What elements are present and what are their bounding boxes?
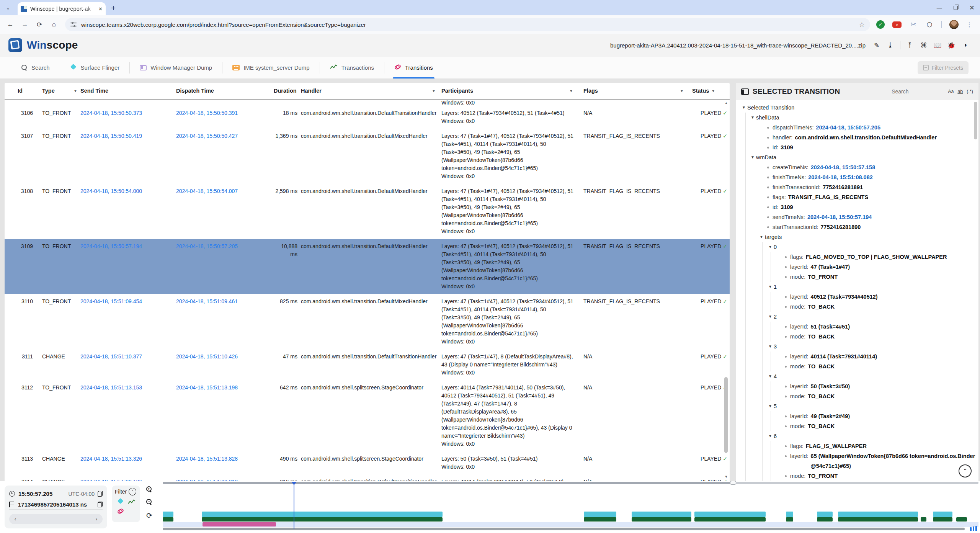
table-row-3106[interactable]: 3106TO_FRONT2024-04-18, 15:50:50.3732024…	[5, 106, 730, 129]
back-button[interactable]: ←	[4, 18, 17, 31]
chevron-down-icon[interactable]: ▼	[768, 371, 774, 381]
trace-segment[interactable]	[933, 512, 952, 517]
timeline-scrollbar[interactable]	[163, 528, 965, 530]
shortcuts-icon[interactable]: ⌘	[917, 39, 930, 52]
tree-node-wmdata[interactable]: ▼wmData	[736, 152, 978, 162]
chevron-down-icon[interactable]: ▼	[768, 342, 774, 352]
table-scrollbar[interactable]: ▲ ▼	[724, 100, 729, 479]
table-row-3111[interactable]: 3111CHANGE2024-04-18, 15:51:10.3772024-0…	[5, 349, 730, 380]
zoom-reset-icon[interactable]: ⟳	[146, 512, 155, 520]
chevron-down-icon[interactable]: ▼	[768, 312, 774, 322]
cell-dispatch-time[interactable]: 2024-04-18, 15:50:50.427	[176, 132, 274, 180]
new-tab-button[interactable]: +	[111, 4, 116, 12]
match-word-button[interactable]: ab	[957, 89, 963, 94]
window-minimize-button[interactable]: —	[937, 5, 942, 11]
cell-dispatch-time[interactable]: 2024-04-18, 15:51:13.198	[176, 384, 274, 448]
cell-send-time[interactable]: 2024-04-18, 15:51:13.153	[80, 384, 176, 448]
trace-segment[interactable]	[694, 517, 765, 522]
tab-window-manager-dump[interactable]: Window Manager Dump	[130, 57, 222, 78]
trace-segment[interactable]	[202, 517, 443, 522]
previous-entry-icon[interactable]: ‹	[15, 516, 16, 522]
browser-tab[interactable]: Winscope | bugreport-ak ✕	[18, 2, 106, 15]
trace-segment[interactable]	[632, 517, 691, 522]
documentation-icon[interactable]: 📖	[931, 39, 944, 52]
scrollbar-thumb[interactable]	[724, 377, 728, 453]
cell-send-time[interactable]: 2024-04-18, 15:50:50.419	[80, 132, 176, 180]
trace-segment[interactable]	[786, 517, 793, 522]
extensions-puzzle-icon[interactable]: ⬡	[925, 20, 934, 29]
table-row-3107[interactable]: 3107TO_FRONT2024-04-18, 15:50:50.4192024…	[5, 129, 730, 184]
tree-node-2[interactable]: ▼2	[736, 312, 978, 322]
trace-segment[interactable]	[163, 512, 173, 517]
filter-icon[interactable]: ▼	[74, 89, 80, 93]
trace-segment[interactable]	[817, 512, 832, 517]
surfaceflinger-track[interactable]	[163, 512, 978, 517]
tab-close-icon[interactable]: ✕	[98, 6, 103, 12]
trace-segment[interactable]	[786, 512, 793, 517]
tab-ime-system-server-dump[interactable]: IME system_server Dump	[222, 57, 320, 78]
transitions-track-selected[interactable]	[163, 522, 978, 527]
tree-node-6[interactable]: ▼6	[736, 431, 978, 441]
cell-send-time[interactable]: 2024-04-18, 15:51:10.377	[80, 353, 176, 377]
timeline-canvas[interactable]	[163, 481, 980, 532]
table-row-3113[interactable]: 3113CHANGE2024-04-18, 15:51:13.3262024-0…	[5, 451, 730, 474]
trace-segment[interactable]	[203, 522, 276, 526]
table-row-3114[interactable]: 3114CHANGE2024-04-18, 15:51:20.1862024-0…	[5, 474, 730, 481]
chevron-down-icon[interactable]: ▼	[751, 152, 756, 162]
filter-icon[interactable]: ▼	[569, 89, 576, 93]
filter-icon[interactable]: ▼	[680, 89, 687, 93]
cell-send-time[interactable]: 2024-04-18, 15:51:20.186	[80, 478, 176, 481]
trace-segment[interactable]	[817, 517, 832, 522]
trace-segment[interactable]	[838, 512, 918, 517]
scrollbar-thumb[interactable]	[974, 102, 977, 139]
report-bug-icon[interactable]: 🐞	[945, 39, 958, 52]
tree-node-1[interactable]: ▼1	[736, 282, 978, 292]
edit-icon[interactable]: ✎	[870, 39, 883, 52]
slider-handle[interactable]	[730, 481, 736, 485]
scroll-down-icon[interactable]: ▼	[724, 474, 729, 479]
address-bar[interactable]: winscope.teams.x20web.corp.google.com/pr…	[65, 18, 870, 31]
table-row-3112[interactable]: 3112TO_FRONT2024-04-18, 15:51:13.1532024…	[5, 380, 730, 451]
filter-icon[interactable]: ▼	[432, 89, 439, 93]
extension-scissors-icon[interactable]: ✂	[909, 20, 918, 29]
tree-node-3[interactable]: ▼3	[736, 342, 978, 352]
window-restore-button[interactable]	[954, 6, 958, 10]
extension-check-icon[interactable]: ✓	[876, 20, 885, 29]
surfaceflinger-filter-icon[interactable]	[117, 499, 124, 505]
tab-search[interactable]: Search	[11, 57, 60, 78]
cell-send-time[interactable]: 2024-04-18, 15:50:54.000	[80, 187, 176, 235]
download-icon[interactable]: ⭳	[884, 39, 897, 52]
home-button[interactable]: ⌂	[47, 18, 60, 31]
properties-scrollbar[interactable]	[974, 102, 978, 479]
cell-send-time[interactable]: 2024-04-18, 15:51:09.454	[80, 298, 176, 346]
tree-node-0[interactable]: ▼0	[736, 242, 978, 252]
zoom-out-icon[interactable]: −	[146, 499, 155, 507]
chevron-up-icon[interactable]: ⌃	[959, 464, 972, 477]
chevron-down-icon[interactable]: ▼	[768, 242, 774, 252]
trace-segment[interactable]	[202, 512, 443, 517]
chevron-down-icon[interactable]: ▼	[751, 113, 756, 123]
timeline-zoom-slider[interactable]	[163, 482, 978, 484]
chevron-down-icon[interactable]: ▼	[760, 232, 765, 242]
cell-dispatch-time[interactable]: 2024-04-18, 15:50:54.007	[176, 187, 274, 235]
window-close-button[interactable]: ✕	[969, 4, 975, 12]
scroll-up-icon[interactable]: ▲	[724, 100, 729, 106]
tree-node-4[interactable]: ▼4	[736, 371, 978, 381]
tree-node-selected-transition[interactable]: ▼Selected Transition	[736, 103, 978, 113]
collapse-panel-button[interactable]: ⌃	[954, 461, 976, 481]
tab-transitions[interactable]: Transitions	[384, 57, 443, 78]
column-header-handler[interactable]: Handler▼	[301, 88, 439, 94]
table-row-3108[interactable]: 3108TO_FRONT2024-04-18, 15:50:54.0002024…	[5, 184, 730, 239]
tree-node-targets[interactable]: ▼targets	[736, 232, 978, 242]
dark-mode-icon[interactable]: ◑	[959, 39, 972, 52]
forward-button[interactable]: →	[18, 18, 31, 31]
properties-search-input[interactable]: Search	[891, 87, 942, 96]
copy-icon[interactable]	[98, 491, 103, 497]
filter-icon[interactable]: ▼	[711, 89, 718, 93]
table-row-3109[interactable]: 3109TO_FRONT2024-04-18, 15:50:57.1942024…	[5, 239, 730, 294]
trace-segment[interactable]	[632, 512, 691, 517]
extension-media-icon[interactable]: »	[892, 21, 902, 28]
zoom-in-icon[interactable]: +	[146, 486, 155, 495]
chevron-down-icon[interactable]: ▼	[742, 103, 747, 113]
chevron-down-icon[interactable]: ▼	[768, 401, 774, 411]
